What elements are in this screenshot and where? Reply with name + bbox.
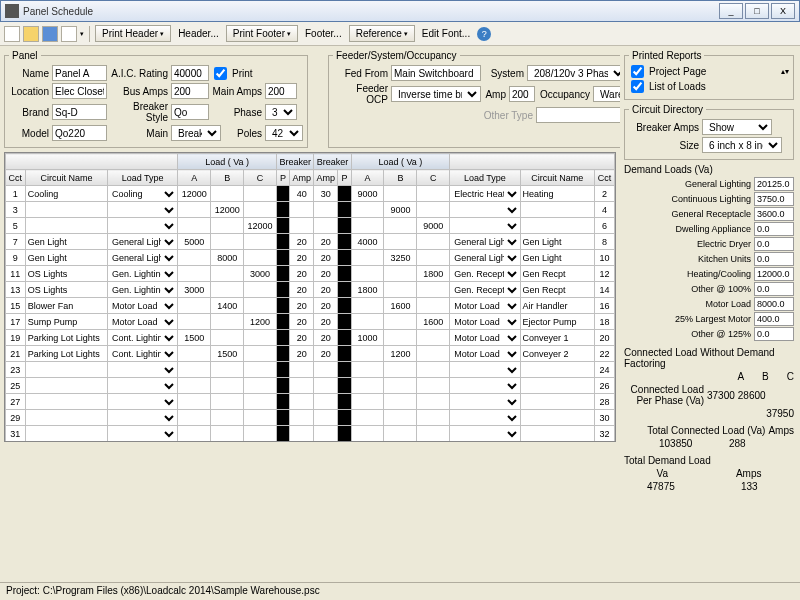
close-button[interactable]: X: [771, 3, 795, 19]
load-type-select[interactable]: Gen. Lighting C: [108, 267, 177, 281]
connected-load-group: Connected Load Without Demand Factoring …: [624, 347, 794, 449]
per-phase-label: Connected Load Per Phase (Va): [624, 384, 704, 406]
load-type-select[interactable]: Cooling: [108, 187, 177, 201]
save-icon[interactable]: [42, 26, 58, 42]
demand-row: Other @ 125%0.0: [624, 327, 794, 341]
other-type-input[interactable]: [536, 107, 620, 123]
load-type-select[interactable]: [108, 411, 177, 425]
load-type-select[interactable]: Motor Load: [450, 347, 519, 361]
load-type-select[interactable]: General Lighting: [108, 235, 177, 249]
load-type-select[interactable]: [108, 395, 177, 409]
demand-row: 25% Largest Motor400.0: [624, 312, 794, 326]
load-type-select[interactable]: [108, 379, 177, 393]
name-input[interactable]: [52, 65, 107, 81]
load-type-select[interactable]: Gen. Lighting C: [108, 283, 177, 297]
ocp-label: Feeder OCP: [333, 83, 388, 105]
demand-row: Motor Load8000.0: [624, 297, 794, 311]
main-amps-input[interactable]: [265, 83, 297, 99]
load-type-select[interactable]: Motor Load: [450, 299, 519, 313]
table-row: 2728: [6, 394, 615, 410]
amp-input[interactable]: [509, 86, 535, 102]
feeder-legend: Feeder/System/Occupancy: [333, 50, 460, 61]
load-type-select[interactable]: [450, 363, 519, 377]
header-link[interactable]: Header...: [174, 28, 223, 39]
open-icon[interactable]: [23, 26, 39, 42]
new-icon[interactable]: [4, 26, 20, 42]
brand-label: Brand: [9, 107, 49, 118]
load-type-select[interactable]: Motor Load: [108, 299, 177, 313]
breaker-style-input[interactable]: [171, 104, 209, 120]
breaker-amps-label: Breaker Amps: [629, 122, 699, 133]
ocp-select[interactable]: Inverse time breaker: [391, 86, 481, 102]
window-title: Panel Schedule: [23, 6, 717, 17]
table-row: 2930: [6, 410, 615, 426]
occupancy-label: Occupancy: [538, 89, 590, 100]
help-icon[interactable]: ?: [477, 27, 491, 41]
project-page-checkbox[interactable]: [631, 65, 644, 78]
load-type-select[interactable]: Gen. Receptacle: [450, 267, 519, 281]
phase-a-value: 37300: [707, 390, 735, 401]
total-amps-value: 288: [729, 438, 759, 449]
demand-row: General Lighting20125.0: [624, 177, 794, 191]
brand-input[interactable]: [52, 104, 107, 120]
fed-from-input[interactable]: [391, 65, 481, 81]
aic-label: A.I.C. Rating: [110, 68, 168, 79]
bus-amps-input[interactable]: [171, 83, 209, 99]
maximize-button[interactable]: □: [745, 3, 769, 19]
print-header-button[interactable]: Print Header▾: [95, 25, 171, 42]
aic-input[interactable]: [171, 65, 209, 81]
system-select[interactable]: 208/120v 3 Phase 4 Wi: [527, 65, 620, 81]
load-type-select[interactable]: [108, 427, 177, 441]
print-icon[interactable]: [61, 26, 77, 42]
table-row: 17Sump PumpMotor Load120020201600Motor L…: [6, 314, 615, 330]
main-select[interactable]: Breaker: [171, 125, 221, 141]
print-footer-button[interactable]: Print Footer▾: [226, 25, 298, 42]
load-type-select[interactable]: Electric Heat: [450, 187, 519, 201]
load-type-select[interactable]: Motor Load: [450, 315, 519, 329]
load-type-select[interactable]: General Lighting: [450, 235, 519, 249]
circuit-grid[interactable]: Load ( Va )BreakerBreakerLoad ( Va )CctC…: [4, 152, 616, 442]
load-type-select[interactable]: Motor Load: [108, 315, 177, 329]
table-row: 1CoolingCooling1200040309000Electric Hea…: [6, 186, 615, 202]
load-type-select[interactable]: Cont. Lighting: [108, 331, 177, 345]
occupancy-select[interactable]: Warehouse (storage): [593, 86, 620, 102]
breaker-amps-select[interactable]: Show: [702, 119, 772, 135]
demand-row: Heating/Cooling12000.0: [624, 267, 794, 281]
poles-select[interactable]: 42: [265, 125, 303, 141]
reference-button[interactable]: Reference▾: [349, 25, 415, 42]
load-type-select[interactable]: [108, 219, 177, 233]
circuit-dir-legend: Circuit Directory: [629, 104, 706, 115]
load-type-select[interactable]: [108, 203, 177, 217]
load-type-select[interactable]: General Lighting: [450, 251, 519, 265]
load-type-select[interactable]: Gen. Receptacle: [450, 283, 519, 297]
footer-link[interactable]: Footer...: [301, 28, 346, 39]
fed-from-label: Fed From: [333, 68, 388, 79]
system-label: System: [484, 68, 524, 79]
table-row: 9Gen LightGeneral Lighting800020203250Ge…: [6, 250, 615, 266]
size-select[interactable]: 6 inch x 8 inch: [702, 137, 782, 153]
load-type-select[interactable]: [108, 363, 177, 377]
load-type-select[interactable]: [450, 411, 519, 425]
edit-font-link[interactable]: Edit Font...: [418, 28, 474, 39]
list-loads-label: List of Loads: [649, 81, 706, 92]
table-row: 3334: [6, 442, 615, 443]
load-type-select[interactable]: [450, 379, 519, 393]
phase-select[interactable]: 3: [265, 104, 297, 120]
minimize-button[interactable]: _: [719, 3, 743, 19]
load-type-select[interactable]: Motor Load: [450, 331, 519, 345]
model-input[interactable]: [52, 125, 107, 141]
load-type-select[interactable]: General Lighting: [108, 251, 177, 265]
load-type-select[interactable]: [450, 203, 519, 217]
other-type-label: Other Type: [333, 110, 533, 121]
print-checkbox[interactable]: [214, 67, 227, 80]
load-type-select[interactable]: [450, 427, 519, 441]
load-type-select[interactable]: [450, 395, 519, 409]
load-type-select[interactable]: Cont. Lighting: [108, 347, 177, 361]
demand-row: Other @ 100%0.0: [624, 282, 794, 296]
load-type-select[interactable]: [450, 219, 519, 233]
reports-fieldset: Printed Reports Project Page▴▾ List of L…: [624, 50, 794, 100]
project-page-label: Project Page: [649, 66, 706, 77]
list-loads-checkbox[interactable]: [631, 80, 644, 93]
demand-row: Kitchen Units0.0: [624, 252, 794, 266]
location-input[interactable]: [52, 83, 107, 99]
